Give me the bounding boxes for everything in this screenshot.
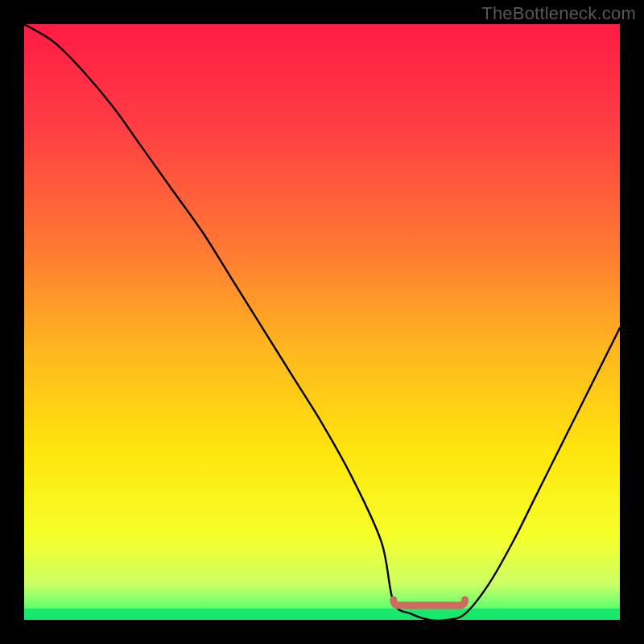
plot-background xyxy=(24,24,620,620)
chart-frame: TheBottleneck.com xyxy=(0,0,644,644)
green-band xyxy=(24,609,620,620)
bottleneck-chart xyxy=(0,0,644,644)
watermark-text: TheBottleneck.com xyxy=(481,3,636,24)
